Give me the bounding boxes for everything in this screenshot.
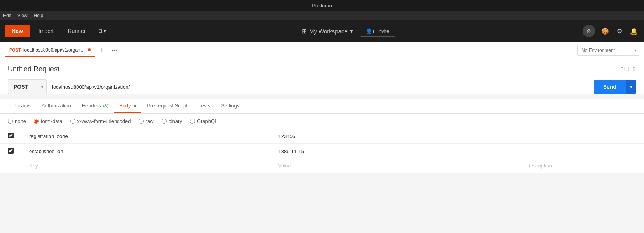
body-option-none[interactable]: none: [8, 118, 26, 124]
row2-value-cell[interactable]: 1886-11-15: [271, 144, 519, 159]
tab-authorization[interactable]: Authorization: [36, 99, 77, 113]
environment-select[interactable]: No Environment: [577, 45, 639, 56]
body-option-formdata[interactable]: form-data: [34, 118, 63, 124]
build-label: BUILD: [621, 67, 636, 72]
menu-bar: Edit View Help: [0, 11, 644, 20]
tab-body[interactable]: Body: [114, 99, 141, 113]
tab-tests[interactable]: Tests: [193, 99, 216, 113]
tab-add-button[interactable]: +: [97, 45, 107, 56]
toolbar-right: ⊘ 🍪 ⚙ 🔔: [583, 25, 639, 37]
table-row: registration_code 123456: [0, 129, 644, 144]
body-option-raw[interactable]: raw: [139, 118, 154, 124]
send-button-wrap: Send ▾: [594, 80, 636, 94]
row2-desc-cell[interactable]: [519, 144, 644, 159]
title-bar: Postman: [0, 0, 644, 11]
radio-none[interactable]: [8, 119, 13, 124]
import-button[interactable]: Import: [33, 25, 59, 37]
placeholder-value-cell[interactable]: Value: [271, 159, 519, 173]
toolbar: New Import Runner ⊡ ▾ ⊞ My Workspace ▾ 👤…: [0, 20, 644, 42]
placeholder-key-cell[interactable]: Key: [21, 159, 271, 173]
body-options: none form-data x-www-form-urlencoded raw…: [0, 114, 644, 129]
satellite-icon-button[interactable]: ⊘: [583, 25, 595, 37]
capture-icon: ⊡: [98, 28, 102, 34]
toolbar-center: ⊞ My Workspace ▾ 👤+ Invite: [113, 25, 580, 37]
capture-button[interactable]: ⊡ ▾: [94, 26, 110, 36]
settings-icon-button[interactable]: ⚙: [615, 26, 624, 36]
row2-check-cell: [0, 144, 21, 159]
url-input[interactable]: [46, 80, 594, 94]
menu-edit[interactable]: Edit: [3, 13, 11, 18]
row1-check-cell: [0, 129, 21, 144]
tabs-area: POST localhost:8000/api/v1/organiz... + …: [0, 42, 644, 59]
row1-checkbox[interactable]: [8, 133, 14, 138]
table-placeholder-row: Key Value Description: [0, 159, 644, 173]
radio-formdata[interactable]: [34, 119, 39, 124]
environment-selector-wrap: No Environment ▾: [577, 45, 639, 56]
tab-more-button[interactable]: •••: [108, 46, 120, 55]
workspace-button[interactable]: ⊞ My Workspace ▾: [298, 25, 357, 37]
request-tabs: Params Authorization Headers (8) Body Pr…: [0, 99, 644, 114]
tab-prerequest[interactable]: Pre-request Script: [141, 99, 193, 113]
method-select-wrap: POST GET PUT DELETE PATCH ▾: [8, 79, 46, 94]
invite-icon: 👤+: [366, 28, 375, 34]
tab-method: POST: [9, 48, 21, 52]
capture-arrow: ▾: [104, 28, 106, 34]
url-bar: POST GET PUT DELETE PATCH ▾ Send ▾: [8, 79, 636, 94]
invite-button[interactable]: 👤+ Invite: [360, 26, 395, 37]
app-title: Postman: [312, 3, 332, 9]
body-option-urlencoded[interactable]: x-www-form-urlencoded: [70, 118, 131, 124]
new-button[interactable]: New: [5, 25, 30, 37]
body-option-binary[interactable]: binary: [162, 118, 182, 124]
radio-urlencoded[interactable]: [70, 119, 75, 124]
method-select[interactable]: POST GET PUT DELETE PATCH: [8, 79, 46, 94]
workspace-label: My Workspace: [309, 28, 348, 35]
send-dropdown-button[interactable]: ▾: [626, 80, 636, 94]
body-option-graphql[interactable]: GraphQL: [190, 118, 218, 124]
tab-url: localhost:8000/api/v1/organiz...: [23, 47, 85, 53]
cookie-icon-button[interactable]: 🍪: [600, 26, 611, 36]
workspace-grid-icon: ⊞: [302, 28, 307, 35]
tab-active[interactable]: POST localhost:8000/api/v1/organiz...: [5, 44, 95, 57]
notification-icon-button[interactable]: 🔔: [628, 26, 639, 36]
tab-settings[interactable]: Settings: [216, 99, 245, 113]
table-row: established_on 1886-11-15: [0, 144, 644, 159]
row2-key-cell[interactable]: established_on: [21, 144, 271, 159]
row2-checkbox[interactable]: [8, 148, 14, 154]
form-data-table: registration_code 123456 established_on …: [0, 129, 644, 173]
menu-view[interactable]: View: [17, 13, 28, 18]
row1-key-cell[interactable]: registration_code: [21, 129, 271, 144]
headers-badge: (8): [103, 104, 108, 108]
runner-button[interactable]: Runner: [62, 25, 91, 37]
env-select-container: No Environment ▾: [577, 45, 639, 56]
radio-raw[interactable]: [139, 119, 144, 124]
body-dot: [134, 105, 136, 107]
tab-params[interactable]: Params: [8, 99, 36, 113]
row1-value-cell[interactable]: 123456: [271, 129, 519, 144]
radio-binary[interactable]: [162, 119, 167, 124]
request-area: Untitled Request BUILD POST GET PUT DELE…: [0, 59, 644, 94]
workspace-chevron-icon: ▾: [350, 28, 353, 35]
tab-unsaved-dot: [88, 48, 91, 51]
invite-label: Invite: [377, 28, 389, 34]
send-button[interactable]: Send: [594, 80, 626, 94]
tab-headers[interactable]: Headers (8): [77, 99, 114, 113]
menu-help[interactable]: Help: [33, 13, 43, 18]
request-title-row: Untitled Request BUILD: [8, 65, 636, 73]
placeholder-desc-cell[interactable]: Description: [519, 159, 644, 173]
radio-graphql[interactable]: [190, 119, 195, 124]
placeholder-check-cell: [0, 159, 21, 173]
row1-desc-cell[interactable]: [519, 129, 644, 144]
request-title: Untitled Request: [8, 65, 59, 73]
